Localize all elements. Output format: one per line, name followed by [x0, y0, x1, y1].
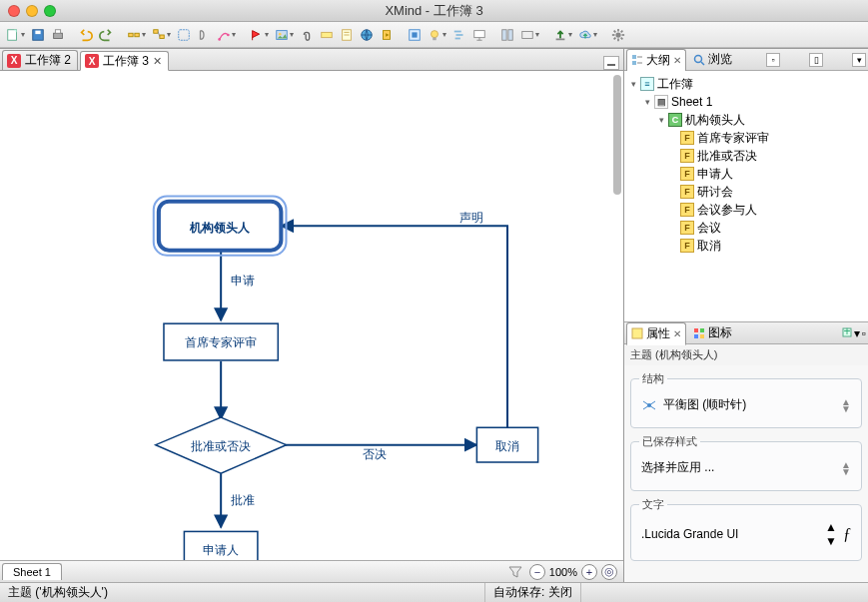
svg-rect-6	[135, 33, 139, 37]
tree-row-topic[interactable]: F会议	[624, 219, 868, 237]
collapse-icon[interactable]: ▾	[656, 115, 666, 125]
map-shot-button[interactable]	[518, 26, 536, 44]
topic-button[interactable]	[125, 26, 143, 44]
svg-point-14	[279, 32, 282, 35]
subtopic-button[interactable]	[150, 26, 168, 44]
redo-button[interactable]	[97, 26, 115, 44]
stepper-icon[interactable]: ▲▼	[841, 461, 851, 475]
status-subject: 主题 ('机构领头人')	[0, 583, 485, 602]
new-button[interactable]	[4, 26, 22, 44]
close-window-button[interactable]	[8, 5, 20, 17]
svg-rect-55	[632, 55, 636, 59]
structure-select[interactable]: 平衡图 (顺时针) ▲▼	[639, 392, 853, 417]
filter-icon[interactable]	[507, 564, 523, 580]
tree-row-workbook[interactable]: ▾≡工作簿	[624, 75, 868, 93]
close-tab-icon[interactable]: ✕	[673, 55, 681, 66]
minimize-editor-button[interactable]	[603, 56, 619, 70]
presentation-button[interactable]	[470, 26, 488, 44]
canvas[interactable]: 申请 批准 否决 声明 机构领头人 首席专家评审	[0, 71, 623, 560]
gantt-button[interactable]	[450, 26, 468, 44]
minimize-window-button[interactable]	[26, 5, 38, 17]
boundary-button[interactable]	[175, 26, 193, 44]
dropdown-icon[interactable]: ▾	[167, 30, 171, 39]
zoom-fit-button[interactable]: ◎	[601, 564, 617, 580]
dropdown-icon[interactable]: ▾	[290, 30, 294, 39]
zoom-out-button[interactable]: −	[529, 564, 545, 580]
dropdown-icon[interactable]: ▾	[535, 30, 539, 39]
marker-button[interactable]	[248, 26, 266, 44]
svg-rect-29	[474, 30, 485, 37]
cloud-button[interactable]	[576, 26, 594, 44]
tree-row-topic[interactable]: F研讨会	[624, 183, 868, 201]
tree-row-central[interactable]: ▾C机构领头人	[624, 111, 868, 129]
titlebar: XMind - 工作簿 3	[0, 0, 868, 22]
note-button[interactable]	[338, 26, 356, 44]
svg-line-42	[621, 30, 623, 32]
panel-menu-icon[interactable]: ▾	[854, 326, 860, 340]
dropdown-icon[interactable]: ▾	[265, 30, 269, 39]
minimize-panel-icon[interactable]: ▫	[862, 326, 866, 340]
map-overview-button[interactable]	[498, 26, 516, 44]
save-button[interactable]	[29, 26, 47, 44]
browse-tab[interactable]: 浏览	[688, 48, 737, 71]
collapse-icon[interactable]: ▾	[628, 79, 638, 89]
editor-tab[interactable]: X 工作簿 2	[2, 50, 78, 70]
fieldset-legend: 文字	[639, 497, 667, 512]
zoom-window-button[interactable]	[44, 5, 56, 17]
preferences-button[interactable]	[609, 26, 627, 44]
icons-tab[interactable]: 图标	[688, 321, 737, 344]
stepper-icon[interactable]: ▲▼	[841, 398, 851, 412]
saved-style-select[interactable]: 选择并应用 ... ▲▼	[639, 455, 853, 480]
minimize-panel-icon[interactable]: ▾	[852, 53, 866, 67]
undo-button[interactable]	[77, 26, 95, 44]
collapse-icon[interactable]: ▾	[642, 97, 652, 107]
audio-button[interactable]	[378, 26, 396, 44]
hyperlink-button[interactable]	[358, 26, 376, 44]
sheet-tab[interactable]: Sheet 1	[2, 563, 62, 580]
saved-style-fieldset: 已保存样式 选择并应用 ... ▲▼	[630, 434, 862, 491]
panel-menu-icon[interactable]: ▯	[809, 53, 823, 67]
svg-line-70	[649, 401, 655, 405]
svg-rect-0	[8, 29, 17, 40]
dropdown-icon[interactable]: ▾	[593, 30, 597, 39]
print-button[interactable]	[49, 26, 67, 44]
idea-button[interactable]	[426, 26, 443, 44]
tree-row-topic[interactable]: F批准或否决	[624, 147, 868, 165]
tree-row-topic[interactable]: F首席专家评审	[624, 129, 868, 147]
properties-tab[interactable]: 属性 ✕	[626, 322, 686, 345]
zoom-in-button[interactable]: +	[581, 564, 597, 580]
image-button[interactable]	[273, 26, 291, 44]
dropdown-icon[interactable]: ▾	[568, 30, 572, 39]
drill-button[interactable]	[406, 26, 424, 44]
tree-row-topic[interactable]: F会议参与人	[624, 201, 868, 219]
summary-button[interactable]	[195, 26, 213, 44]
import-button[interactable]	[551, 26, 569, 44]
stepper-icon[interactable]: ▲▼	[825, 520, 837, 548]
svg-line-72	[649, 405, 655, 409]
properties-panel: 属性 ✕ 图标 + ▾ ▫ 主题 (机构领头人) 结构 平衡图 (顺时针)	[624, 322, 868, 582]
dropdown-icon[interactable]: ▾	[142, 30, 146, 39]
font-select[interactable]: .Lucida Grande UI ▲▼ ƒ	[639, 518, 853, 550]
node-decision-label: 批准或否决	[191, 439, 251, 453]
label-button[interactable]	[318, 26, 336, 44]
outline-tree[interactable]: ▾≡工作簿 ▾▤Sheet 1 ▾C机构领头人 F首席专家评审 F批准或否决 F…	[624, 71, 868, 322]
editor-tab[interactable]: X 工作簿 3 ✕	[80, 51, 169, 71]
tree-row-sheet[interactable]: ▾▤Sheet 1	[624, 93, 868, 111]
attachment-button[interactable]	[298, 26, 316, 44]
relationship-button[interactable]	[215, 26, 233, 44]
dropdown-icon[interactable]: ▾	[442, 30, 446, 39]
font-dialog-icon[interactable]: ƒ	[843, 525, 851, 543]
close-tab-icon[interactable]: ✕	[673, 328, 681, 339]
tree-row-topic[interactable]: F申请人	[624, 165, 868, 183]
tree-row-topic[interactable]: F取消	[624, 237, 868, 255]
side-panel: 大纲 ✕ 浏览 ▫ ▯ ▾ ▾≡工作簿 ▾▤Sheet 1 ▾C机构领头人 F首…	[624, 49, 868, 582]
panel-menu-icon[interactable]: ▫	[766, 53, 780, 67]
panel-action-icon[interactable]: +	[842, 326, 852, 340]
close-tab-icon[interactable]: ✕	[153, 55, 162, 68]
svg-line-60	[701, 62, 704, 65]
svg-rect-26	[454, 30, 461, 32]
outline-tab[interactable]: 大纲 ✕	[626, 49, 686, 72]
svg-text:+: +	[843, 327, 850, 337]
dropdown-icon[interactable]: ▾	[21, 30, 25, 39]
dropdown-icon[interactable]: ▾	[232, 30, 236, 39]
